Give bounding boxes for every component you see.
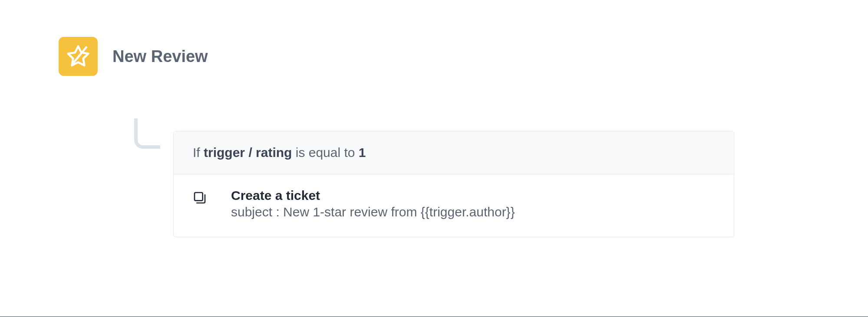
- action-subject: subject : New 1-star review from {{trigg…: [231, 205, 515, 219]
- star-icon: [66, 44, 90, 69]
- trigger-title: New Review: [112, 47, 208, 66]
- condition-row[interactable]: If trigger / rating is equal to 1: [174, 131, 734, 174]
- condition-prefix: If: [193, 145, 200, 160]
- ticket-icon: [193, 191, 207, 205]
- condition-operator: is equal to: [296, 145, 355, 160]
- condition-field-name: rating: [256, 145, 292, 160]
- action-detail-label: subject :: [231, 205, 280, 219]
- workflow-container: New Review If trigger / rating is equal …: [59, 37, 753, 76]
- rule-card[interactable]: If trigger / rating is equal to 1 Create…: [173, 131, 734, 237]
- action-row[interactable]: Create a ticket subject : New 1-star rev…: [174, 174, 734, 237]
- trigger-icon-box: [59, 37, 98, 76]
- condition-field-group: trigger: [204, 145, 245, 160]
- condition-slash: /: [248, 145, 252, 160]
- action-title: Create a ticket: [231, 188, 515, 203]
- trigger-header[interactable]: New Review: [59, 37, 753, 76]
- svg-rect-2: [195, 193, 203, 201]
- connector-line: [134, 118, 160, 149]
- action-detail-value: New 1-star review from {{trigger.author}…: [283, 205, 515, 219]
- condition-value: 1: [359, 145, 366, 160]
- action-text: Create a ticket subject : New 1-star rev…: [231, 188, 515, 219]
